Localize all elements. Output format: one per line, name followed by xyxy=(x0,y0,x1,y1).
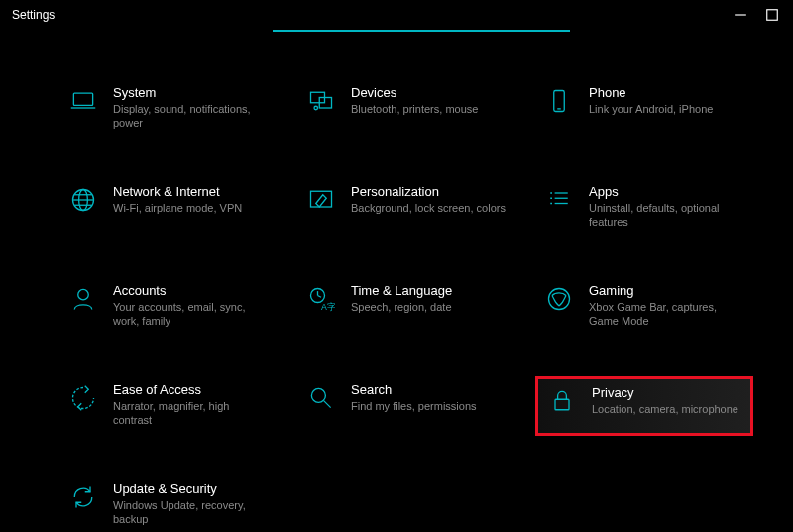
tile-privacy[interactable]: Privacy Location, camera, microphone xyxy=(535,376,753,436)
tile-title: Network & Internet xyxy=(113,184,242,199)
tile-title: Accounts xyxy=(113,283,270,298)
svg-point-26 xyxy=(549,289,570,310)
tile-desc: Uninstall, defaults, optional features xyxy=(589,201,745,230)
tile-desc: Xbox Game Bar, captures, Game Mode xyxy=(589,300,745,329)
tile-search[interactable]: Search Find my files, permissions xyxy=(297,376,515,436)
tile-apps[interactable]: Apps Uninstall, defaults, optional featu… xyxy=(535,178,753,238)
tile-desc: Wi-Fi, airplane mode, VPN xyxy=(113,201,242,215)
tile-desc: Speech, region, date xyxy=(351,300,452,314)
lock-icon xyxy=(546,385,578,417)
tile-desc: Your accounts, email, sync, work, family xyxy=(113,300,270,329)
svg-point-6 xyxy=(314,106,318,110)
tile-title: Gaming xyxy=(589,283,745,298)
time-lang-icon: A字 xyxy=(305,283,337,315)
tile-desc: Narrator, magnifier, high contrast xyxy=(113,399,270,428)
svg-text:A字: A字 xyxy=(321,302,335,312)
tile-title: Search xyxy=(351,382,477,397)
maximize-button[interactable] xyxy=(765,8,779,22)
tile-title: Phone xyxy=(589,85,713,100)
minimize-button[interactable] xyxy=(734,8,747,22)
update-icon xyxy=(67,481,99,513)
tile-system[interactable]: System Display, sound, notifications, po… xyxy=(59,79,278,139)
tile-accounts[interactable]: Accounts Your accounts, email, sync, wor… xyxy=(59,277,278,337)
tile-title: Privacy xyxy=(592,385,738,400)
tile-desc: Windows Update, recovery, backup xyxy=(113,498,270,527)
tile-personalization[interactable]: Personalization Background, lock screen,… xyxy=(297,178,515,238)
tile-title: Update & Security xyxy=(113,481,270,496)
tile-title: System xyxy=(113,85,270,100)
search-input-underline[interactable] xyxy=(273,30,570,32)
gaming-icon xyxy=(543,283,575,315)
tile-title: Ease of Access xyxy=(113,382,270,397)
tile-desc: Link your Android, iPhone xyxy=(589,102,713,116)
svg-rect-2 xyxy=(73,93,92,105)
tile-desc: Background, lock screen, colors xyxy=(351,201,506,215)
svg-point-21 xyxy=(78,289,89,300)
tile-ease-of-access[interactable]: Ease of Access Narrator, magnifier, high… xyxy=(59,376,278,436)
tile-desc: Location, camera, microphone xyxy=(592,402,738,416)
svg-rect-1 xyxy=(767,10,778,21)
tile-phone[interactable]: Phone Link your Android, iPhone xyxy=(535,79,753,139)
window-controls xyxy=(734,8,785,22)
ease-icon xyxy=(67,382,99,414)
tile-desc: Find my files, permissions xyxy=(351,399,477,413)
tile-desc: Bluetooth, printers, mouse xyxy=(351,102,478,116)
devices-icon xyxy=(305,85,337,117)
svg-line-28 xyxy=(324,401,331,408)
tile-network[interactable]: Network & Internet Wi-Fi, airplane mode,… xyxy=(59,178,278,238)
brush-icon xyxy=(305,184,337,216)
tile-update-security[interactable]: Update & Security Windows Update, recove… xyxy=(59,476,278,532)
svg-rect-29 xyxy=(555,399,569,410)
tile-title: Devices xyxy=(351,85,478,100)
tile-title: Personalization xyxy=(351,184,506,199)
svg-line-24 xyxy=(318,296,322,298)
titlebar: Settings xyxy=(0,0,793,30)
settings-grid: System Display, sound, notifications, po… xyxy=(59,79,773,532)
tile-title: Time & Language xyxy=(351,283,452,298)
tile-desc: Display, sound, notifications, power xyxy=(113,102,270,131)
tile-title: Apps xyxy=(589,184,745,199)
tile-time-language[interactable]: A字 Time & Language Speech, region, date xyxy=(297,277,515,337)
person-icon xyxy=(67,283,99,315)
apps-icon xyxy=(543,184,575,216)
globe-icon xyxy=(67,184,99,216)
tile-devices[interactable]: Devices Bluetooth, printers, mouse xyxy=(297,79,515,139)
tile-gaming[interactable]: Gaming Xbox Game Bar, captures, Game Mod… xyxy=(535,277,753,337)
window-title: Settings xyxy=(8,8,55,22)
search-icon xyxy=(305,382,337,414)
phone-icon xyxy=(543,85,575,117)
laptop-icon xyxy=(67,85,99,117)
svg-point-27 xyxy=(311,388,325,402)
